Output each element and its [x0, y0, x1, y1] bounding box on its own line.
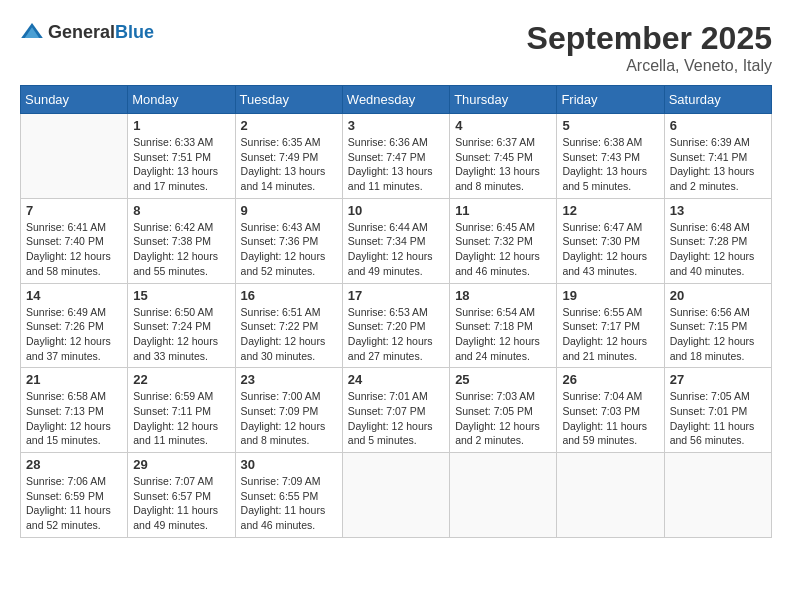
title-block: September 2025 Arcella, Veneto, Italy [527, 20, 772, 75]
day-info: Sunrise: 6:37 AMSunset: 7:45 PMDaylight:… [455, 135, 551, 194]
day-number: 16 [241, 288, 337, 303]
day-number: 8 [133, 203, 229, 218]
location: Arcella, Veneto, Italy [527, 57, 772, 75]
day-info: Sunrise: 6:35 AMSunset: 7:49 PMDaylight:… [241, 135, 337, 194]
calendar-day-cell [21, 114, 128, 199]
day-number: 6 [670, 118, 766, 133]
day-number: 9 [241, 203, 337, 218]
day-number: 14 [26, 288, 122, 303]
day-info: Sunrise: 7:01 AMSunset: 7:07 PMDaylight:… [348, 389, 444, 448]
calendar-day-cell: 21Sunrise: 6:58 AMSunset: 7:13 PMDayligh… [21, 368, 128, 453]
day-number: 12 [562, 203, 658, 218]
day-number: 24 [348, 372, 444, 387]
day-info: Sunrise: 6:54 AMSunset: 7:18 PMDaylight:… [455, 305, 551, 364]
day-number: 5 [562, 118, 658, 133]
day-number: 11 [455, 203, 551, 218]
day-info: Sunrise: 6:38 AMSunset: 7:43 PMDaylight:… [562, 135, 658, 194]
calendar-week-row: 7Sunrise: 6:41 AMSunset: 7:40 PMDaylight… [21, 198, 772, 283]
day-of-week-header: Thursday [450, 86, 557, 114]
day-number: 1 [133, 118, 229, 133]
calendar-day-cell: 3Sunrise: 6:36 AMSunset: 7:47 PMDaylight… [342, 114, 449, 199]
day-number: 15 [133, 288, 229, 303]
day-info: Sunrise: 6:56 AMSunset: 7:15 PMDaylight:… [670, 305, 766, 364]
day-info: Sunrise: 6:45 AMSunset: 7:32 PMDaylight:… [455, 220, 551, 279]
calendar-day-cell: 11Sunrise: 6:45 AMSunset: 7:32 PMDayligh… [450, 198, 557, 283]
calendar-day-cell: 19Sunrise: 6:55 AMSunset: 7:17 PMDayligh… [557, 283, 664, 368]
day-info: Sunrise: 6:39 AMSunset: 7:41 PMDaylight:… [670, 135, 766, 194]
calendar-day-cell: 8Sunrise: 6:42 AMSunset: 7:38 PMDaylight… [128, 198, 235, 283]
day-of-week-header: Friday [557, 86, 664, 114]
calendar-day-cell: 5Sunrise: 6:38 AMSunset: 7:43 PMDaylight… [557, 114, 664, 199]
day-info: Sunrise: 6:50 AMSunset: 7:24 PMDaylight:… [133, 305, 229, 364]
calendar-week-row: 28Sunrise: 7:06 AMSunset: 6:59 PMDayligh… [21, 453, 772, 538]
calendar-week-row: 1Sunrise: 6:33 AMSunset: 7:51 PMDaylight… [21, 114, 772, 199]
calendar-day-cell [450, 453, 557, 538]
day-of-week-header: Sunday [21, 86, 128, 114]
month-title: September 2025 [527, 20, 772, 57]
calendar-day-cell: 18Sunrise: 6:54 AMSunset: 7:18 PMDayligh… [450, 283, 557, 368]
day-number: 22 [133, 372, 229, 387]
calendar-week-row: 21Sunrise: 6:58 AMSunset: 7:13 PMDayligh… [21, 368, 772, 453]
day-info: Sunrise: 7:00 AMSunset: 7:09 PMDaylight:… [241, 389, 337, 448]
calendar-day-cell: 28Sunrise: 7:06 AMSunset: 6:59 PMDayligh… [21, 453, 128, 538]
day-info: Sunrise: 6:36 AMSunset: 7:47 PMDaylight:… [348, 135, 444, 194]
calendar-day-cell [342, 453, 449, 538]
day-number: 26 [562, 372, 658, 387]
day-number: 20 [670, 288, 766, 303]
calendar-day-cell: 24Sunrise: 7:01 AMSunset: 7:07 PMDayligh… [342, 368, 449, 453]
day-number: 18 [455, 288, 551, 303]
logo-blue: Blue [115, 22, 154, 42]
header-row: SundayMondayTuesdayWednesdayThursdayFrid… [21, 86, 772, 114]
day-number: 10 [348, 203, 444, 218]
day-info: Sunrise: 6:43 AMSunset: 7:36 PMDaylight:… [241, 220, 337, 279]
calendar-table: SundayMondayTuesdayWednesdayThursdayFrid… [20, 85, 772, 538]
calendar-day-cell [557, 453, 664, 538]
calendar-day-cell: 15Sunrise: 6:50 AMSunset: 7:24 PMDayligh… [128, 283, 235, 368]
calendar-day-cell: 2Sunrise: 6:35 AMSunset: 7:49 PMDaylight… [235, 114, 342, 199]
calendar-day-cell: 13Sunrise: 6:48 AMSunset: 7:28 PMDayligh… [664, 198, 771, 283]
day-number: 30 [241, 457, 337, 472]
calendar-day-cell: 20Sunrise: 6:56 AMSunset: 7:15 PMDayligh… [664, 283, 771, 368]
calendar-day-cell: 25Sunrise: 7:03 AMSunset: 7:05 PMDayligh… [450, 368, 557, 453]
logo-icon [20, 20, 44, 44]
day-of-week-header: Wednesday [342, 86, 449, 114]
day-of-week-header: Tuesday [235, 86, 342, 114]
day-of-week-header: Saturday [664, 86, 771, 114]
calendar-day-cell: 10Sunrise: 6:44 AMSunset: 7:34 PMDayligh… [342, 198, 449, 283]
day-of-week-header: Monday [128, 86, 235, 114]
day-info: Sunrise: 7:05 AMSunset: 7:01 PMDaylight:… [670, 389, 766, 448]
calendar-day-cell: 6Sunrise: 6:39 AMSunset: 7:41 PMDaylight… [664, 114, 771, 199]
day-info: Sunrise: 6:58 AMSunset: 7:13 PMDaylight:… [26, 389, 122, 448]
logo: GeneralBlue [20, 20, 154, 44]
day-number: 29 [133, 457, 229, 472]
day-number: 27 [670, 372, 766, 387]
day-info: Sunrise: 7:06 AMSunset: 6:59 PMDaylight:… [26, 474, 122, 533]
calendar-week-row: 14Sunrise: 6:49 AMSunset: 7:26 PMDayligh… [21, 283, 772, 368]
day-info: Sunrise: 6:33 AMSunset: 7:51 PMDaylight:… [133, 135, 229, 194]
calendar-day-cell: 26Sunrise: 7:04 AMSunset: 7:03 PMDayligh… [557, 368, 664, 453]
calendar-day-cell [664, 453, 771, 538]
day-info: Sunrise: 6:42 AMSunset: 7:38 PMDaylight:… [133, 220, 229, 279]
calendar-day-cell: 17Sunrise: 6:53 AMSunset: 7:20 PMDayligh… [342, 283, 449, 368]
day-info: Sunrise: 6:44 AMSunset: 7:34 PMDaylight:… [348, 220, 444, 279]
day-number: 17 [348, 288, 444, 303]
day-number: 7 [26, 203, 122, 218]
day-info: Sunrise: 7:04 AMSunset: 7:03 PMDaylight:… [562, 389, 658, 448]
day-info: Sunrise: 6:51 AMSunset: 7:22 PMDaylight:… [241, 305, 337, 364]
header: GeneralBlue September 2025 Arcella, Vene… [20, 20, 772, 75]
day-info: Sunrise: 6:53 AMSunset: 7:20 PMDaylight:… [348, 305, 444, 364]
day-info: Sunrise: 7:03 AMSunset: 7:05 PMDaylight:… [455, 389, 551, 448]
calendar-day-cell: 12Sunrise: 6:47 AMSunset: 7:30 PMDayligh… [557, 198, 664, 283]
day-info: Sunrise: 6:47 AMSunset: 7:30 PMDaylight:… [562, 220, 658, 279]
calendar-day-cell: 27Sunrise: 7:05 AMSunset: 7:01 PMDayligh… [664, 368, 771, 453]
calendar-day-cell: 14Sunrise: 6:49 AMSunset: 7:26 PMDayligh… [21, 283, 128, 368]
day-number: 23 [241, 372, 337, 387]
calendar-day-cell: 29Sunrise: 7:07 AMSunset: 6:57 PMDayligh… [128, 453, 235, 538]
day-number: 2 [241, 118, 337, 133]
calendar-day-cell: 23Sunrise: 7:00 AMSunset: 7:09 PMDayligh… [235, 368, 342, 453]
day-number: 21 [26, 372, 122, 387]
calendar-day-cell: 9Sunrise: 6:43 AMSunset: 7:36 PMDaylight… [235, 198, 342, 283]
day-info: Sunrise: 7:09 AMSunset: 6:55 PMDaylight:… [241, 474, 337, 533]
day-info: Sunrise: 6:55 AMSunset: 7:17 PMDaylight:… [562, 305, 658, 364]
day-number: 13 [670, 203, 766, 218]
